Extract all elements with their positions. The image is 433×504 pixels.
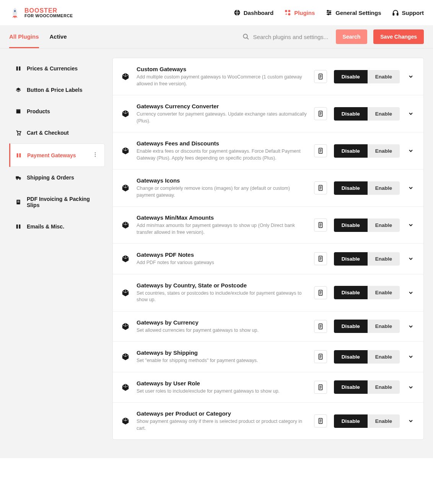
doc-button[interactable] <box>314 252 327 265</box>
svg-rect-28 <box>16 225 18 229</box>
cube-icon <box>121 417 130 425</box>
plugin-text: Gateways by ShippingSet "enable for ship… <box>137 349 307 364</box>
enable-button[interactable]: Enable <box>368 144 400 158</box>
sliders-icon <box>326 9 332 16</box>
svg-point-20 <box>95 154 96 155</box>
enable-button[interactable]: Enable <box>368 219 400 232</box>
doc-button[interactable] <box>314 144 327 157</box>
toggle-pair: DisableEnable <box>334 107 400 121</box>
disable-button[interactable]: Disable <box>334 414 368 428</box>
expand-row[interactable] <box>407 221 415 229</box>
expand-row[interactable] <box>407 289 415 297</box>
enable-button[interactable]: Enable <box>368 286 400 299</box>
nav-support[interactable]: Support <box>392 9 424 16</box>
doc-button[interactable] <box>314 219 327 232</box>
cart-icon <box>15 130 21 136</box>
disable-button[interactable]: Disable <box>334 380 368 394</box>
sidebar-item-shipping-orders[interactable]: Shipping & Orders <box>9 167 105 188</box>
disable-button[interactable]: Disable <box>334 181 368 195</box>
sidebar-item-cart-checkout[interactable]: Cart & Checkout <box>9 122 105 144</box>
toggle-pair: DisableEnable <box>334 252 400 266</box>
sidebar-item-prices-currencies[interactable]: Prices & Currencies <box>9 58 105 79</box>
expand-row[interactable] <box>407 352 415 361</box>
disable-button[interactable]: Disable <box>334 107 368 121</box>
doc-button[interactable] <box>314 181 327 194</box>
chevron-down-icon <box>408 323 414 329</box>
enable-button[interactable]: Enable <box>368 70 400 83</box>
disable-button[interactable]: Disable <box>334 70 368 83</box>
disable-button[interactable]: Disable <box>334 320 368 333</box>
plugin-row: Gateways by CurrencySet allowed currenci… <box>113 312 423 342</box>
emails-icon <box>15 223 21 230</box>
cube-icon <box>121 254 130 263</box>
enable-button[interactable]: Enable <box>368 380 400 394</box>
plugin-text: Custom GatewaysAdd multiple custom payme… <box>137 66 307 87</box>
plugin-row: Gateways Currency ConverterCurrency conv… <box>113 95 423 132</box>
expand-row[interactable] <box>407 322 415 331</box>
svg-rect-8 <box>393 13 394 15</box>
plugin-text: Gateways by User RoleSet user roles to i… <box>137 380 307 395</box>
plugin-desc: Change or completely remove icons (image… <box>137 185 307 199</box>
expand-row[interactable] <box>407 383 415 391</box>
logo[interactable]: BOOSTER FOR WOOCOMMERCE <box>9 7 73 18</box>
plugin-row: Gateways Min/Max AmountsAdd min/max amou… <box>113 207 423 244</box>
disable-button[interactable]: Disable <box>334 219 368 232</box>
expand-row[interactable] <box>407 184 415 192</box>
enable-button[interactable]: Enable <box>368 320 400 333</box>
search-wrap <box>243 33 330 40</box>
search-button[interactable]: Search <box>336 29 368 44</box>
sidebar-item-button-labels[interactable]: Button & Price Labels <box>9 79 105 101</box>
sidebar-item-products[interactable]: Products <box>9 101 105 122</box>
enable-button[interactable]: Enable <box>368 107 400 121</box>
cube-icon <box>121 72 130 81</box>
plugin-desc: Set allowed currencies for payment gatew… <box>137 327 307 334</box>
svg-rect-17 <box>17 153 18 157</box>
disable-button[interactable]: Disable <box>334 286 368 299</box>
svg-point-16 <box>20 134 20 135</box>
doc-icon <box>317 384 324 391</box>
expand-row[interactable] <box>407 417 415 425</box>
plugin-desc: Set countries, states or postcodes to in… <box>137 290 307 303</box>
nav-plugins[interactable]: Plugins <box>284 9 315 16</box>
plugin-desc: Add PDF notes for various gateways <box>137 259 307 266</box>
svg-rect-18 <box>19 153 21 157</box>
nav-general-settings[interactable]: General Settings <box>326 9 381 16</box>
doc-button[interactable] <box>314 70 327 83</box>
doc-button[interactable] <box>314 381 327 394</box>
enable-button[interactable]: Enable <box>368 414 400 428</box>
doc-button[interactable] <box>314 286 327 299</box>
more-icon[interactable] <box>92 152 98 159</box>
doc-button[interactable] <box>314 350 327 363</box>
sidebar-item-emails-misc[interactable]: Emails & Misc. <box>9 216 105 237</box>
plugin-list: Custom GatewaysAdd multiple custom payme… <box>112 58 424 440</box>
disable-button[interactable]: Disable <box>334 252 368 266</box>
disable-button[interactable]: Disable <box>334 350 368 364</box>
expand-row[interactable] <box>407 72 415 81</box>
enable-button[interactable]: Enable <box>368 181 400 195</box>
chevron-down-icon <box>408 222 414 228</box>
sidebar-item-pdf-invoicing[interactable]: PDF Invoicing & Packing Slips <box>9 188 105 216</box>
plugin-desc: Add min/max amounts for payment gateways… <box>137 222 307 236</box>
toggle-pair: DisableEnable <box>334 219 400 232</box>
enable-button[interactable]: Enable <box>368 252 400 266</box>
toggle-pair: DisableEnable <box>334 144 400 158</box>
plugin-title: Gateways by User Role <box>137 380 307 387</box>
doc-button[interactable] <box>314 414 327 427</box>
plugin-desc: Set user roles to include/exclude for pa… <box>137 388 307 395</box>
plugin-title: Custom Gateways <box>137 66 307 72</box>
doc-button[interactable] <box>314 107 327 120</box>
doc-button[interactable] <box>314 320 327 333</box>
expand-row[interactable] <box>407 147 415 155</box>
enable-button[interactable]: Enable <box>368 350 400 364</box>
disable-button[interactable]: Disable <box>334 144 368 158</box>
search-input[interactable] <box>253 34 330 40</box>
toggle-pair: DisableEnable <box>334 320 400 333</box>
tab-all-plugins[interactable]: All Plugins <box>9 25 39 48</box>
nav-dashboard[interactable]: Dashboard <box>234 9 273 16</box>
save-changes-button[interactable]: Save Changes <box>373 29 424 44</box>
sidebar-item-payment-gateways[interactable]: Payment Gateways <box>9 144 105 167</box>
tab-active[interactable]: Active <box>50 25 67 48</box>
doc-icon <box>317 255 324 262</box>
expand-row[interactable] <box>407 109 415 118</box>
expand-row[interactable] <box>407 254 415 263</box>
